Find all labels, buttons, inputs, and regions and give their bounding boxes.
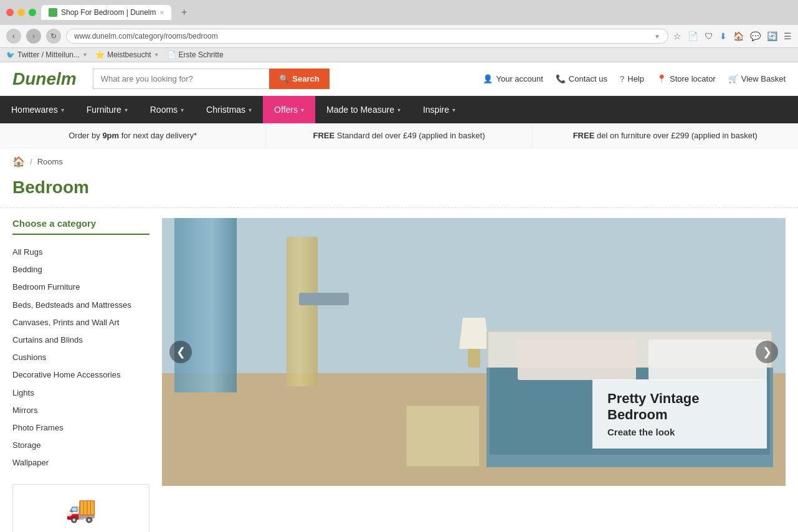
menu-icon[interactable]: ☰: [784, 31, 792, 41]
new-tab-button[interactable]: +: [176, 7, 192, 18]
nav-christmas[interactable]: Christmas ▾: [195, 96, 263, 123]
nav-christmas-label: Christmas: [206, 105, 245, 115]
header-help-link[interactable]: ? Help: [620, 74, 644, 83]
promo-next-day: Order by 9pm for next day delivery*: [0, 123, 266, 148]
twitter-icon: 🐦: [6, 51, 15, 59]
sidebar-item-cushions[interactable]: Cushions: [12, 349, 150, 366]
hero-image: Pretty Vintage Bedroom Create the look ❮…: [162, 218, 786, 486]
slider-next-button[interactable]: ❯: [756, 341, 778, 363]
nav-furniture[interactable]: Furniture ▾: [75, 96, 139, 123]
sidebar-item-beds[interactable]: Beds, Bedsteads and Mattresses: [12, 297, 150, 314]
promo-banner: Order by 9pm for next day delivery* FREE…: [0, 123, 798, 148]
nav-furniture-label: Furniture: [87, 105, 121, 115]
header-links: 👤 Your account 📞 Contact us ? Help 📍 Sto…: [483, 74, 786, 83]
sidebar-item-bedding[interactable]: Bedding: [12, 261, 150, 278]
nav-christmas-chevron: ▾: [249, 107, 252, 113]
location-icon: 📍: [657, 74, 667, 83]
forward-button[interactable]: ›: [26, 29, 41, 44]
nav-homewares[interactable]: Homewares ▾: [0, 96, 75, 123]
nav-made-to-measure-label: Made to Measure: [326, 105, 394, 115]
header-store-locator-link[interactable]: 📍 Store locator: [657, 74, 716, 83]
header-basket-link[interactable]: 🛒 View Basket: [728, 74, 786, 83]
bookmark-gettingstarted-icon: 📄: [167, 50, 176, 59]
url-text: www.dunelm.com/category/rooms/bedroom: [74, 32, 650, 40]
sidebar-item-bedroom-furniture[interactable]: Bedroom Furniture: [12, 278, 150, 296]
scene-curtain: [174, 218, 237, 392]
nav-rooms-label: Rooms: [150, 105, 178, 115]
download-icon[interactable]: ⬇: [720, 31, 727, 41]
breadcrumb-home-icon[interactable]: 🏠: [12, 156, 25, 168]
shield-icon[interactable]: 🛡: [705, 31, 713, 41]
main-nav: Homewares ▾ Furniture ▾ Rooms ▾ Christma…: [0, 96, 798, 123]
bookmark-twitter-label: Twitter / Mitteilun...: [17, 50, 80, 59]
nav-furniture-chevron: ▾: [125, 107, 128, 113]
sidebar-item-wallpaper[interactable]: Wallpaper: [12, 454, 150, 472]
scene-bed-pillow1: [648, 340, 767, 380]
nav-rooms-chevron: ▾: [181, 107, 184, 113]
maximize-window-button[interactable]: [29, 9, 36, 16]
next-arrow-icon: ❯: [762, 345, 772, 359]
nav-inspire[interactable]: Inspire ▾: [412, 96, 467, 123]
sidebar-item-mirrors[interactable]: Mirrors: [12, 402, 150, 419]
search-input[interactable]: [93, 69, 270, 89]
chat-icon[interactable]: 💬: [750, 31, 761, 41]
help-icon: ?: [620, 74, 624, 83]
url-bar[interactable]: www.dunelm.com/category/rooms/bedroom ▼: [66, 29, 668, 44]
minimize-window-button[interactable]: [17, 9, 25, 16]
page-title: Bedroom: [0, 175, 798, 208]
nav-offers-chevron: ▾: [301, 107, 304, 113]
bookmark-getting-started[interactable]: 📄 Erste Schritte: [167, 50, 224, 59]
tab-title: Shop For Bedroom | Dunelm: [61, 8, 156, 17]
refresh-button[interactable]: ↻: [46, 29, 61, 44]
site-logo[interactable]: Dunelm: [12, 69, 77, 89]
sidebar-item-all-rugs[interactable]: All Rugs: [12, 244, 150, 261]
phone-icon: 📞: [556, 74, 566, 83]
header-account-link[interactable]: 👤 Your account: [483, 74, 543, 83]
bookmarks-bar: 🐦 Twitter / Mitteilun... ▼ ⭐ Meistbesuch…: [0, 47, 798, 62]
bookmark-mostvisited-label: Meistbesucht: [107, 50, 151, 59]
slider-prev-button[interactable]: ❮: [169, 341, 192, 363]
tab-close-button[interactable]: ×: [160, 9, 164, 16]
hero-subtitle: Create the look: [607, 427, 752, 437]
main-content: Choose a category All Rugs Bedding Bedro…: [0, 208, 798, 532]
scene-table: [406, 405, 480, 467]
breadcrumb-rooms-link[interactable]: Rooms: [37, 157, 63, 166]
reader-view-icon[interactable]: 📄: [688, 31, 698, 41]
hero-overlay: Pretty Vintage Bedroom Create the look: [592, 379, 767, 449]
promo-order-suffix: for next day delivery*: [119, 131, 197, 140]
bookmark-most-visited[interactable]: ⭐ Meistbesucht ▼: [95, 50, 159, 59]
sidebar-item-storage[interactable]: Storage: [12, 437, 150, 454]
delivery-box: 🚚: [12, 484, 150, 532]
nav-inspire-label: Inspire: [423, 105, 449, 115]
hero-title: Pretty Vintage Bedroom: [607, 391, 752, 423]
sidebar-item-canvases[interactable]: Canvases, Prints and Wall Art: [12, 314, 150, 331]
nav-made-to-measure-chevron: ▾: [397, 107, 401, 113]
bookmark-star-icon[interactable]: ☆: [673, 31, 682, 41]
browser-toolbar-icons: ☆ 📄 🛡 ⬇ 🏠 💬 🔄 ☰: [673, 31, 792, 41]
nav-rooms[interactable]: Rooms ▾: [139, 96, 195, 123]
sidebar-item-decorative[interactable]: Decorative Home Accessories: [12, 366, 150, 384]
browser-tab[interactable]: Shop For Bedroom | Dunelm ×: [41, 5, 171, 20]
sidebar-item-lights[interactable]: Lights: [12, 384, 150, 402]
nav-offers[interactable]: Offers ▾: [263, 96, 315, 123]
sidebar: Choose a category All Rugs Bedding Bedro…: [12, 218, 150, 532]
sidebar-item-curtains[interactable]: Curtains and Blinds: [12, 331, 150, 349]
scene-bed-pillow2: [518, 340, 636, 380]
nav-offers-label: Offers: [274, 105, 298, 115]
header-contact-label: Contact us: [569, 74, 607, 83]
header-account-label: Your account: [496, 74, 543, 83]
nav-made-to-measure[interactable]: Made to Measure ▾: [315, 96, 412, 123]
promo-furniture-text: del on furniture over £299 (applied in b…: [594, 131, 758, 140]
search-button[interactable]: 🔍 Search: [269, 69, 329, 89]
lamp-base: [468, 349, 480, 368]
promo-free-2: FREE: [573, 131, 595, 140]
bookmark-twitter[interactable]: 🐦 Twitter / Mitteilun... ▼: [6, 50, 88, 59]
sync-icon[interactable]: 🔄: [767, 31, 777, 41]
sidebar-item-photo-frames[interactable]: Photo Frames: [12, 419, 150, 437]
close-window-button[interactable]: [6, 9, 14, 16]
breadcrumb: 🏠 / Rooms: [0, 148, 798, 175]
home-icon[interactable]: 🏠: [733, 31, 744, 41]
back-button[interactable]: ‹: [6, 29, 21, 44]
window-controls[interactable]: [6, 9, 36, 16]
header-contact-link[interactable]: 📞 Contact us: [556, 74, 607, 83]
